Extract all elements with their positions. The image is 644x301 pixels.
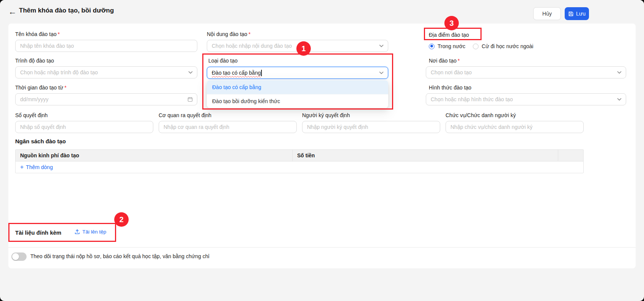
field-dia-diem: Địa điểm đào tạo: [429, 31, 469, 41]
annotation-badge-1: 1: [296, 41, 311, 56]
add-row-button[interactable]: + Thêm dòng: [20, 164, 53, 170]
chevron-down-icon: [617, 71, 622, 74]
chuc-vu-input[interactable]: Nhập chức vụ/chức danh người ký: [446, 121, 584, 133]
tracking-toggle[interactable]: [11, 252, 27, 261]
budget-table-header: Nguồn kinh phí đào tạo Số tiền: [16, 150, 583, 161]
field-loai-dao-tao: Loại đào tạo: [208, 57, 388, 66]
annotation-badge-3: 3: [444, 16, 459, 30]
placeholder-text: Nhập cơ quan ra quyết định: [164, 124, 229, 130]
chevron-down-icon: [188, 71, 193, 74]
dia-diem-radio-group: Trong nước Cử đi học nước ngoài: [429, 42, 533, 50]
required-asterisk: *: [58, 31, 60, 37]
plus-icon: +: [20, 164, 24, 170]
hinh-thuc-label: Hình thức đào tạo: [429, 85, 471, 91]
combobox-value: Đào tạo có cấp bằng: [212, 70, 261, 76]
cancel-button[interactable]: Hủy: [533, 7, 561, 20]
placeholder-text: Chọn hoặc nhập trình độ đào tạo: [20, 69, 98, 75]
page-title: Thêm khóa đào tạo, bồi dưỡng: [19, 7, 114, 14]
budget-heading: Ngân sách đào tạo: [15, 137, 66, 146]
radio-label: Cử đi học nước ngoài: [482, 43, 533, 49]
chevron-down-icon: [379, 44, 384, 47]
placeholder-text: Nhập tên khóa đào tạo: [20, 43, 74, 49]
chuc-vu-label: Chức vụ/Chức danh người ký: [446, 112, 516, 118]
hinh-thuc-select[interactable]: Chọn hoặc nhập hình thức đào tạo: [426, 93, 626, 105]
dropdown-option[interactable]: Đào tạo bồi dưỡng kiến thức: [207, 94, 388, 108]
placeholder-text: dd/mm/yyyy: [20, 96, 49, 102]
radio-trong-nuoc[interactable]: Trong nước: [429, 43, 465, 49]
placeholder-text: Chọn hoặc nhập nội dung đào tạo: [212, 43, 292, 49]
field-nguoi-ky: Người ký quyết định Nhập người ký quyết …: [302, 111, 440, 133]
field-hinh-thuc: Hình thức đào tạo Chọn hoặc nhập hình th…: [426, 84, 626, 105]
annotation-badge-2: 2: [114, 212, 129, 227]
column-header-nguon-kinh-phi: Nguồn kinh phí đào tạo: [16, 150, 293, 161]
field-so-quyet-dinh: Số quyết định Nhập số quyết định: [15, 111, 153, 133]
ten-khoa-label: Tên khóa đào tạo: [15, 31, 57, 37]
field-noi-dao-tao: Nơi đào tạo* Chọn nơi đào tạo: [426, 57, 626, 78]
cancel-button-label: Hủy: [542, 11, 552, 17]
loai-dao-tao-dropdown: Đào tạo có cấp bằng Đào tạo bồi dưỡng ki…: [207, 80, 388, 108]
placeholder-text: Chọn nơi đào tạo: [431, 69, 472, 75]
save-button-label: Lưu: [576, 11, 586, 17]
field-chuc-vu: Chức vụ/Chức danh người ký Nhập chức vụ/…: [446, 111, 584, 133]
field-co-quan: Cơ quan ra quyết định Nhập cơ quan ra qu…: [159, 111, 297, 133]
loai-dao-tao-label: Loại đào tạo: [208, 58, 238, 64]
nguoi-ky-input[interactable]: Nhập người ký quyết định: [302, 121, 440, 133]
upload-file-button[interactable]: Tải lên tệp: [74, 229, 106, 235]
dia-diem-label: Địa điểm đào tạo: [429, 32, 469, 38]
page-header: ← Thêm khóa đào tạo, bồi dưỡng Hủy Lưu: [0, 0, 644, 24]
radio-cu-di-hoc-nuoc-ngoai[interactable]: Cử đi học nước ngoài: [473, 43, 533, 49]
thoi-gian-tu-date-input[interactable]: dd/mm/yyyy: [15, 93, 197, 105]
text-caret: [261, 70, 262, 76]
thoi-gian-tu-label: Thời gian đào tạo từ: [15, 85, 63, 91]
noi-dung-label: Nội dung đào tạo: [207, 31, 247, 37]
radio-checked-icon: [429, 44, 435, 49]
app-window: ← Thêm khóa đào tạo, bồi dưỡng Hủy Lưu T…: [0, 0, 644, 301]
placeholder-text: Nhập người ký quyết định: [307, 124, 368, 130]
noi-dao-tao-select[interactable]: Chọn nơi đào tạo: [426, 66, 626, 78]
attachments-heading: Tài liệu đính kèm: [15, 229, 61, 237]
required-asterisk: *: [65, 85, 66, 91]
noi-dao-tao-label: Nơi đào tạo: [429, 58, 457, 64]
section-divider: [8, 247, 636, 248]
required-asterisk: *: [458, 58, 460, 64]
save-button[interactable]: Lưu: [565, 7, 589, 20]
placeholder-text: Nhập số quyết định: [20, 124, 66, 130]
required-asterisk: *: [249, 31, 250, 37]
trinh-do-label: Trình độ đào tạo: [15, 58, 54, 64]
save-icon: [568, 11, 574, 17]
dropdown-option-selected[interactable]: Đào tạo có cấp bằng: [207, 80, 388, 94]
trinh-do-select[interactable]: Chọn hoặc nhập trình độ đào tạo: [15, 66, 197, 78]
field-thoi-gian-tu: Thời gian đào tạo từ* dd/mm/yyyy: [15, 84, 197, 105]
co-quan-label: Cơ quan ra quyết định: [159, 112, 211, 118]
field-trinh-do: Trình độ đào tạo Chọn hoặc nhập trình độ…: [15, 57, 197, 78]
co-quan-input[interactable]: Nhập cơ quan ra quyết định: [159, 121, 297, 133]
calendar-icon: [187, 97, 193, 102]
placeholder-text: Chọn hoặc nhập hình thức đào tạo: [431, 96, 513, 102]
nguoi-ky-label: Người ký quyết định: [302, 112, 350, 118]
upload-icon: [74, 229, 80, 235]
radio-label: Trong nước: [438, 43, 465, 49]
placeholder-text: Nhập chức vụ/chức danh người ký: [450, 124, 532, 130]
chevron-down-icon: [617, 98, 622, 101]
column-header-so-tien: Số tiền: [293, 150, 558, 161]
upload-label: Tải lên tệp: [82, 229, 106, 235]
budget-add-row: + Thêm dòng: [16, 161, 583, 173]
chevron-down-icon: [379, 71, 384, 74]
back-arrow-icon[interactable]: ←: [8, 6, 17, 17]
ten-khoa-input[interactable]: Nhập tên khóa đào tạo: [15, 40, 197, 52]
tracking-toggle-label: Theo dõi trạng thái nộp hồ sơ, báo cáo k…: [30, 253, 209, 259]
budget-table: Nguồn kinh phí đào tạo Số tiền + Thêm dò…: [15, 149, 584, 173]
loai-dao-tao-combobox[interactable]: Đào tạo có cấp bằng: [207, 67, 388, 79]
add-row-label: Thêm dòng: [26, 164, 53, 170]
field-ten-khoa: Tên khóa đào tạo* Nhập tên khóa đào tạo: [15, 30, 197, 52]
so-quyet-dinh-label: Số quyết định: [15, 112, 48, 118]
column-header-actions: [558, 150, 583, 161]
so-quyet-dinh-input[interactable]: Nhập số quyết định: [15, 121, 153, 133]
radio-unchecked-icon: [473, 44, 479, 49]
